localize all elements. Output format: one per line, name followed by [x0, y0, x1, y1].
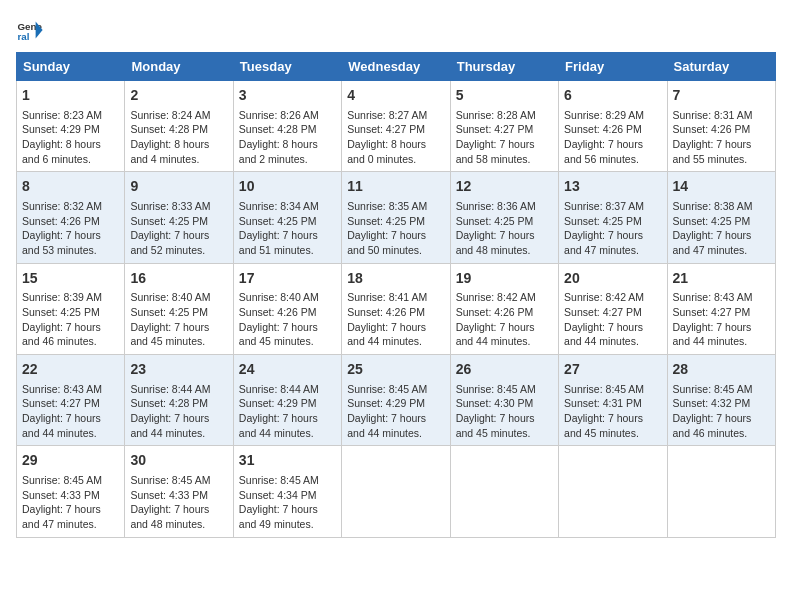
week-row-4: 22Sunrise: 8:43 AM Sunset: 4:27 PM Dayli… [17, 355, 776, 446]
day-cell [667, 446, 775, 537]
week-row-3: 15Sunrise: 8:39 AM Sunset: 4:25 PM Dayli… [17, 263, 776, 354]
day-info: Sunrise: 8:41 AM Sunset: 4:26 PM Dayligh… [347, 290, 444, 349]
column-header-sunday: Sunday [17, 53, 125, 81]
day-cell: 25Sunrise: 8:45 AM Sunset: 4:29 PM Dayli… [342, 355, 450, 446]
column-header-wednesday: Wednesday [342, 53, 450, 81]
day-info: Sunrise: 8:44 AM Sunset: 4:28 PM Dayligh… [130, 382, 227, 441]
day-cell: 28Sunrise: 8:45 AM Sunset: 4:32 PM Dayli… [667, 355, 775, 446]
day-number: 21 [673, 269, 770, 289]
day-info: Sunrise: 8:40 AM Sunset: 4:25 PM Dayligh… [130, 290, 227, 349]
day-info: Sunrise: 8:26 AM Sunset: 4:28 PM Dayligh… [239, 108, 336, 167]
day-info: Sunrise: 8:40 AM Sunset: 4:26 PM Dayligh… [239, 290, 336, 349]
day-cell: 2Sunrise: 8:24 AM Sunset: 4:28 PM Daylig… [125, 81, 233, 172]
day-cell: 15Sunrise: 8:39 AM Sunset: 4:25 PM Dayli… [17, 263, 125, 354]
week-row-2: 8Sunrise: 8:32 AM Sunset: 4:26 PM Daylig… [17, 172, 776, 263]
week-row-1: 1Sunrise: 8:23 AM Sunset: 4:29 PM Daylig… [17, 81, 776, 172]
day-cell: 7Sunrise: 8:31 AM Sunset: 4:26 PM Daylig… [667, 81, 775, 172]
day-cell: 3Sunrise: 8:26 AM Sunset: 4:28 PM Daylig… [233, 81, 341, 172]
logo-icon: Gene ral [16, 16, 44, 44]
day-cell: 10Sunrise: 8:34 AM Sunset: 4:25 PM Dayli… [233, 172, 341, 263]
svg-text:ral: ral [17, 31, 29, 42]
day-cell: 22Sunrise: 8:43 AM Sunset: 4:27 PM Dayli… [17, 355, 125, 446]
day-number: 28 [673, 360, 770, 380]
day-info: Sunrise: 8:45 AM Sunset: 4:30 PM Dayligh… [456, 382, 553, 441]
day-cell: 21Sunrise: 8:43 AM Sunset: 4:27 PM Dayli… [667, 263, 775, 354]
week-row-5: 29Sunrise: 8:45 AM Sunset: 4:33 PM Dayli… [17, 446, 776, 537]
day-info: Sunrise: 8:31 AM Sunset: 4:26 PM Dayligh… [673, 108, 770, 167]
day-number: 24 [239, 360, 336, 380]
day-number: 1 [22, 86, 119, 106]
day-number: 19 [456, 269, 553, 289]
column-header-tuesday: Tuesday [233, 53, 341, 81]
day-cell: 29Sunrise: 8:45 AM Sunset: 4:33 PM Dayli… [17, 446, 125, 537]
day-info: Sunrise: 8:37 AM Sunset: 4:25 PM Dayligh… [564, 199, 661, 258]
day-info: Sunrise: 8:42 AM Sunset: 4:26 PM Dayligh… [456, 290, 553, 349]
day-cell: 17Sunrise: 8:40 AM Sunset: 4:26 PM Dayli… [233, 263, 341, 354]
day-info: Sunrise: 8:34 AM Sunset: 4:25 PM Dayligh… [239, 199, 336, 258]
column-header-thursday: Thursday [450, 53, 558, 81]
day-number: 6 [564, 86, 661, 106]
day-number: 2 [130, 86, 227, 106]
day-number: 20 [564, 269, 661, 289]
day-cell: 23Sunrise: 8:44 AM Sunset: 4:28 PM Dayli… [125, 355, 233, 446]
day-number: 22 [22, 360, 119, 380]
day-info: Sunrise: 8:45 AM Sunset: 4:33 PM Dayligh… [130, 473, 227, 532]
day-info: Sunrise: 8:45 AM Sunset: 4:31 PM Dayligh… [564, 382, 661, 441]
day-number: 18 [347, 269, 444, 289]
day-number: 25 [347, 360, 444, 380]
day-cell: 1Sunrise: 8:23 AM Sunset: 4:29 PM Daylig… [17, 81, 125, 172]
day-number: 23 [130, 360, 227, 380]
day-info: Sunrise: 8:29 AM Sunset: 4:26 PM Dayligh… [564, 108, 661, 167]
day-info: Sunrise: 8:43 AM Sunset: 4:27 PM Dayligh… [673, 290, 770, 349]
day-info: Sunrise: 8:28 AM Sunset: 4:27 PM Dayligh… [456, 108, 553, 167]
day-cell: 8Sunrise: 8:32 AM Sunset: 4:26 PM Daylig… [17, 172, 125, 263]
day-info: Sunrise: 8:24 AM Sunset: 4:28 PM Dayligh… [130, 108, 227, 167]
day-cell: 20Sunrise: 8:42 AM Sunset: 4:27 PM Dayli… [559, 263, 667, 354]
day-cell: 30Sunrise: 8:45 AM Sunset: 4:33 PM Dayli… [125, 446, 233, 537]
header: Gene ral [16, 16, 776, 44]
day-number: 31 [239, 451, 336, 471]
day-info: Sunrise: 8:38 AM Sunset: 4:25 PM Dayligh… [673, 199, 770, 258]
day-info: Sunrise: 8:42 AM Sunset: 4:27 PM Dayligh… [564, 290, 661, 349]
calendar-table: SundayMondayTuesdayWednesdayThursdayFrid… [16, 52, 776, 538]
day-number: 17 [239, 269, 336, 289]
day-cell: 13Sunrise: 8:37 AM Sunset: 4:25 PM Dayli… [559, 172, 667, 263]
day-cell: 18Sunrise: 8:41 AM Sunset: 4:26 PM Dayli… [342, 263, 450, 354]
day-number: 26 [456, 360, 553, 380]
calendar-body: 1Sunrise: 8:23 AM Sunset: 4:29 PM Daylig… [17, 81, 776, 538]
day-number: 13 [564, 177, 661, 197]
column-header-monday: Monday [125, 53, 233, 81]
day-info: Sunrise: 8:35 AM Sunset: 4:25 PM Dayligh… [347, 199, 444, 258]
day-cell: 19Sunrise: 8:42 AM Sunset: 4:26 PM Dayli… [450, 263, 558, 354]
day-cell: 6Sunrise: 8:29 AM Sunset: 4:26 PM Daylig… [559, 81, 667, 172]
day-cell: 26Sunrise: 8:45 AM Sunset: 4:30 PM Dayli… [450, 355, 558, 446]
day-info: Sunrise: 8:44 AM Sunset: 4:29 PM Dayligh… [239, 382, 336, 441]
day-cell [342, 446, 450, 537]
day-number: 15 [22, 269, 119, 289]
day-info: Sunrise: 8:23 AM Sunset: 4:29 PM Dayligh… [22, 108, 119, 167]
day-number: 8 [22, 177, 119, 197]
day-number: 5 [456, 86, 553, 106]
day-cell: 4Sunrise: 8:27 AM Sunset: 4:27 PM Daylig… [342, 81, 450, 172]
day-number: 16 [130, 269, 227, 289]
day-number: 4 [347, 86, 444, 106]
day-cell: 9Sunrise: 8:33 AM Sunset: 4:25 PM Daylig… [125, 172, 233, 263]
day-cell: 12Sunrise: 8:36 AM Sunset: 4:25 PM Dayli… [450, 172, 558, 263]
logo: Gene ral [16, 16, 48, 44]
column-header-saturday: Saturday [667, 53, 775, 81]
day-info: Sunrise: 8:43 AM Sunset: 4:27 PM Dayligh… [22, 382, 119, 441]
day-number: 12 [456, 177, 553, 197]
column-header-friday: Friday [559, 53, 667, 81]
day-number: 9 [130, 177, 227, 197]
day-cell: 27Sunrise: 8:45 AM Sunset: 4:31 PM Dayli… [559, 355, 667, 446]
calendar-header-row: SundayMondayTuesdayWednesdayThursdayFrid… [17, 53, 776, 81]
day-cell: 5Sunrise: 8:28 AM Sunset: 4:27 PM Daylig… [450, 81, 558, 172]
day-number: 30 [130, 451, 227, 471]
day-cell: 14Sunrise: 8:38 AM Sunset: 4:25 PM Dayli… [667, 172, 775, 263]
day-number: 29 [22, 451, 119, 471]
day-number: 10 [239, 177, 336, 197]
day-cell [559, 446, 667, 537]
day-info: Sunrise: 8:33 AM Sunset: 4:25 PM Dayligh… [130, 199, 227, 258]
day-cell: 16Sunrise: 8:40 AM Sunset: 4:25 PM Dayli… [125, 263, 233, 354]
day-info: Sunrise: 8:36 AM Sunset: 4:25 PM Dayligh… [456, 199, 553, 258]
